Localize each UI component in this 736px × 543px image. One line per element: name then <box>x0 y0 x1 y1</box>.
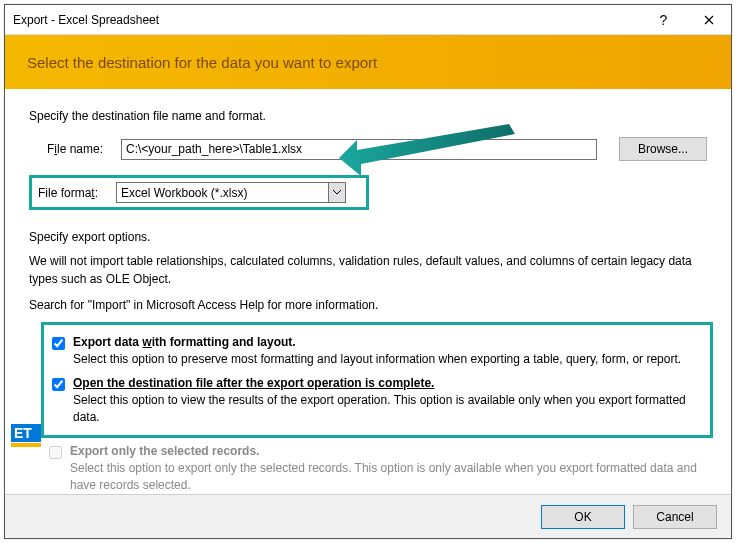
options-note: We will not import table relationships, … <box>29 252 707 288</box>
options-heading: Specify export options. <box>29 230 707 244</box>
dialog-footer: OK Cancel <box>5 494 731 538</box>
check-formatting-title: Export data with formatting and layout. <box>73 335 296 349</box>
fileformat-select[interactable]: Excel Workbook (*.xlsx) <box>116 182 346 203</box>
browse-button[interactable]: Browse... <box>619 137 707 161</box>
titlebar-buttons: ? <box>641 5 731 34</box>
close-icon <box>704 15 714 25</box>
check-selected-row: Export only the selected records. Select… <box>49 444 707 494</box>
help-button[interactable]: ? <box>641 5 686 34</box>
fileformat-row: File format: Excel Workbook (*.xlsx) <box>29 175 369 210</box>
check-open-after-row: Open the destination file after the expo… <box>52 376 700 426</box>
fileformat-value: Excel Workbook (*.xlsx) <box>121 186 247 200</box>
export-dialog: Export - Excel Spreadsheet ? Select the … <box>4 4 732 539</box>
check-formatting-row: Export data with formatting and layout. … <box>52 335 700 368</box>
check-selected-desc: Select this option to export only the se… <box>70 460 707 494</box>
close-button[interactable] <box>686 5 731 34</box>
chevron-down-icon <box>328 183 345 202</box>
cancel-button[interactable]: Cancel <box>633 505 717 529</box>
check-formatting-desc: Select this option to preserve most form… <box>73 351 700 368</box>
window-title: Export - Excel Spreadsheet <box>13 13 641 27</box>
search-note: Search for "Import" in Microsoft Access … <box>29 298 707 312</box>
check-open-after[interactable] <box>52 378 65 391</box>
check-formatting[interactable] <box>52 337 65 350</box>
banner-text: Select the destination for the data you … <box>27 54 377 71</box>
banner: Select the destination for the data you … <box>5 35 731 89</box>
content-area: Specify the destination file name and fo… <box>5 89 731 494</box>
check-open-after-desc: Select this option to view the results o… <box>73 392 700 426</box>
check-selected-title: Export only the selected records. <box>70 444 259 458</box>
filename-label: File name: <box>47 142 117 156</box>
check-selected <box>49 446 62 459</box>
fileformat-label: File format: <box>38 186 112 200</box>
ok-button[interactable]: OK <box>541 505 625 529</box>
destination-heading: Specify the destination file name and fo… <box>29 109 707 123</box>
filename-row: File name: Browse... <box>47 137 707 161</box>
options-block: Specify export options. We will not impo… <box>29 230 707 494</box>
filename-input[interactable] <box>121 139 597 160</box>
check-open-after-title: Open the destination file after the expo… <box>73 376 434 390</box>
titlebar: Export - Excel Spreadsheet ? <box>5 5 731 35</box>
export-options-group: Export data with formatting and layout. … <box>41 322 713 438</box>
